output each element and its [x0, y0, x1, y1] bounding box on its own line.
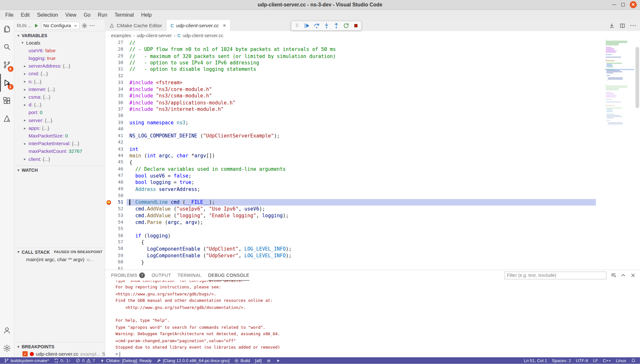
line-number[interactable]: 50 — [105, 193, 123, 199]
code-line-45[interactable]: 45{ — [105, 159, 596, 166]
line-number[interactable]: 54 — [105, 219, 123, 226]
code-line-37[interactable]: 37#include "ns3/internet-module.h" — [105, 106, 596, 113]
tab-output[interactable]: OUTPUT — [152, 270, 171, 281]
code-line-33[interactable]: 33#include <fstream> — [105, 79, 596, 86]
line-number[interactable]: 61 — [105, 266, 123, 270]
eol[interactable]: LF — [591, 357, 601, 364]
debug-config-dropdown[interactable]: No Configura — [41, 21, 80, 29]
menu-edit[interactable]: Edit — [17, 10, 33, 20]
chevron-right-icon[interactable]: ▸ — [22, 78, 27, 86]
variable-row[interactable]: ▸n: {...} — [14, 78, 105, 86]
debug-status[interactable] — [264, 357, 274, 364]
watch-header[interactable]: ▾ WATCH — [14, 166, 105, 174]
code-line-50[interactable]: 50 — [105, 193, 596, 199]
menu-go[interactable]: Go — [80, 10, 94, 20]
line-number[interactable]: 28 — [105, 46, 123, 53]
line-number[interactable]: 39 — [105, 119, 123, 126]
code-line-49[interactable]: 49 Address serverAddress; — [105, 186, 596, 193]
remote-os[interactable]: Linux — [613, 357, 628, 364]
line-number[interactable]: 57 — [105, 239, 123, 246]
cmake-build-button[interactable]: Build — [232, 357, 252, 364]
chevron-right-icon[interactable]: ▸ — [22, 101, 27, 109]
code-line-55[interactable]: 55 — [105, 226, 596, 232]
variable-row[interactable]: ▸client: {...} — [14, 155, 105, 163]
close-icon[interactable]: ✕ — [630, 1, 637, 8]
breakpoints-header[interactable]: ▾ BREAKPOINTS — [14, 343, 105, 350]
tab-udp-client-server[interactable]: C udp-client-server.cc × — [166, 20, 231, 31]
run-status[interactable] — [274, 357, 283, 364]
step-out-button[interactable] — [332, 21, 341, 30]
console-filter-input[interactable] — [504, 271, 606, 279]
problems-status[interactable]: 0 7 — [73, 357, 97, 364]
debug-console-output[interactable]: Type "show configuration" for configurat… — [105, 281, 640, 357]
variable-row[interactable]: ▸d: {...} — [14, 101, 105, 109]
line-number[interactable]: 56 — [105, 232, 123, 239]
run-and-debug-icon[interactable]: 1 — [0, 74, 14, 92]
breadcrumb-udp-client-server[interactable]: udp-client-server — [137, 33, 172, 37]
code-line-47[interactable]: 47 bool useV6 = false; — [105, 172, 596, 179]
settings-gear-icon[interactable] — [0, 339, 14, 357]
code-line-59[interactable]: 59 LogComponentEnable ("UdpServer", LOG_… — [105, 252, 596, 259]
code-line-46[interactable]: 46 // Declare variables used in command-… — [105, 166, 596, 173]
chevron-right-icon[interactable]: ▸ — [22, 86, 27, 93]
chevron-right-icon[interactable]: ▸ — [22, 93, 27, 101]
menu-view[interactable]: View — [62, 10, 80, 20]
git-sync-status[interactable]: 0↓ 1↑ — [51, 357, 73, 364]
line-number[interactable]: 37 — [105, 106, 123, 113]
explorer-icon[interactable] — [0, 20, 14, 38]
chevron-right-icon[interactable]: ▸ — [22, 62, 27, 70]
line-number[interactable]: 45 — [105, 159, 123, 166]
code-line-35[interactable]: 35#include "ns3/csma-module.h" — [105, 93, 596, 99]
menu-terminal[interactable]: Terminal — [111, 10, 138, 20]
encoding[interactable]: UTF-8 — [573, 357, 590, 364]
restore-icon[interactable] — [621, 3, 625, 6]
code-line-54[interactable]: 54 cmd.Parse (argc, argv); — [105, 219, 596, 226]
line-number[interactable]: 58 — [105, 246, 123, 252]
line-number[interactable]: 36 — [105, 99, 123, 106]
tab-problems[interactable]: PROBLEMS 7 — [111, 270, 145, 281]
stack-frame-main[interactable]: main(int argc, char ** argv)u... — [14, 256, 105, 263]
line-number[interactable]: 34 — [105, 86, 123, 93]
source-control-icon[interactable]: 6 — [0, 56, 14, 74]
run-or-download-icon[interactable] — [609, 23, 615, 29]
code-line-60[interactable]: 60 } — [105, 259, 596, 266]
cmake-kit-status[interactable]: [Clang 12.0.0 x86_64-pc-linux-gnu] — [154, 357, 232, 364]
code-line-30[interactable]: 30// - option to use IPv4 or IPv6 addres… — [105, 60, 596, 66]
menu-selection[interactable]: Selection — [33, 10, 62, 20]
code-line-58[interactable]: 58 LogComponentEnable ("UdpClient", LOG_… — [105, 246, 596, 252]
tab-terminal[interactable]: TERMINAL — [178, 270, 202, 281]
minimize-icon[interactable] — [612, 4, 616, 5]
cmake-target[interactable]: [all] — [252, 357, 264, 364]
code-line-34[interactable]: 34#include "ns3/core-module.h" — [105, 86, 596, 93]
chevron-right-icon[interactable]: ▸ — [22, 140, 27, 148]
line-number[interactable]: 49 — [105, 186, 123, 193]
line-number[interactable]: 29 — [105, 53, 123, 60]
step-into-button[interactable] — [322, 21, 331, 30]
code-line-29[interactable]: 29// - maximum of 320 packets sent (or l… — [105, 53, 596, 60]
variables-header[interactable]: ▾ VARIABLES — [14, 31, 105, 39]
split-editor-icon[interactable] — [619, 23, 625, 29]
variable-row[interactable]: logging: true — [14, 55, 105, 62]
line-number[interactable]: 43 — [105, 146, 123, 153]
line-number[interactable]: 42 — [105, 139, 123, 146]
git-branch-status[interactable]: buildsystem-cmake* — [2, 357, 51, 364]
scrollbar-thumb[interactable] — [636, 47, 639, 108]
start-debug-button[interactable] — [33, 23, 39, 29]
chevron-right-icon[interactable]: ▸ — [22, 70, 27, 78]
cmake-status[interactable]: CMake: [Debug]: Ready — [97, 357, 154, 364]
code-line-56[interactable]: 56 if (logging) — [105, 232, 596, 239]
extensions-icon[interactable] — [0, 92, 14, 110]
variable-row[interactable]: ▸interPacketInterval: {...} — [14, 140, 105, 148]
notifications[interactable] — [628, 357, 638, 364]
tab-cmake-cache-editor[interactable]: CMake Cache Editor — [105, 20, 166, 31]
variable-row[interactable]: ▸server: {...} — [14, 117, 105, 124]
gear-icon[interactable] — [82, 23, 88, 29]
minimap[interactable] — [605, 39, 634, 269]
variable-row[interactable]: ▸serverAddress: {...} — [14, 62, 105, 70]
code-line-41[interactable]: 41NS_LOG_COMPONENT_DEFINE ("UdpClientSer… — [105, 133, 596, 139]
breadcrumb-examples[interactable]: examples — [111, 33, 131, 37]
line-number[interactable]: 30 — [105, 60, 123, 66]
line-number[interactable]: 52 — [105, 206, 123, 212]
code-line-39[interactable]: 39using namespace ns3; — [105, 119, 596, 126]
line-number[interactable]: 32 — [105, 73, 123, 79]
